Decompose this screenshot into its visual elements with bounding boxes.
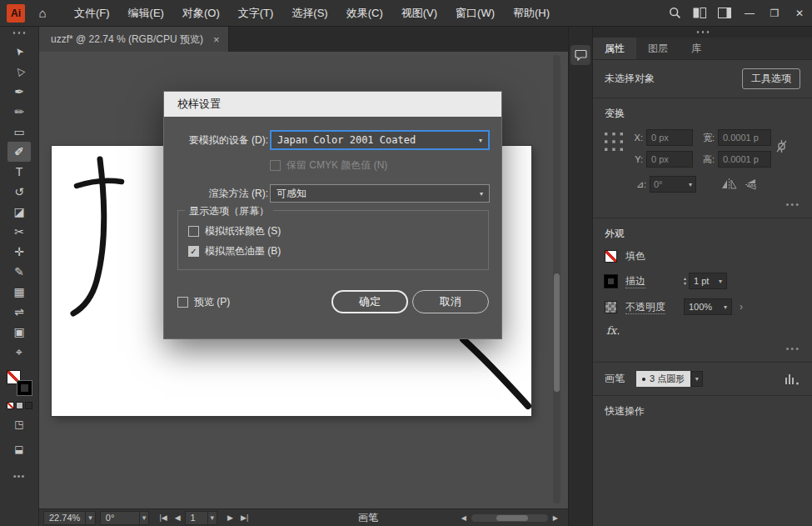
tab-close-icon[interactable]: × (213, 33, 220, 46)
rotation-select[interactable]: 0° ▾ (100, 511, 150, 525)
zoom-tool-icon[interactable]: ⌖ (7, 342, 31, 362)
constrain-proportions-icon[interactable] (776, 139, 787, 153)
mesh-tool-icon[interactable]: ▦ (7, 282, 31, 302)
dock-grip-handle[interactable] (12, 31, 27, 35)
zoom-level-select[interactable]: 22.74% ▾ (43, 511, 96, 525)
flip-horizontal-icon[interactable] (721, 178, 737, 190)
cancel-button[interactable]: 取消 (412, 290, 489, 313)
tab-properties[interactable]: 属性 (593, 38, 636, 59)
scroll-left-icon[interactable]: ◀ (461, 514, 466, 522)
draw-mode-icon[interactable]: ◳ (7, 414, 31, 434)
angle-select[interactable]: 0° ▾ (650, 176, 696, 193)
ok-button[interactable]: 确定 (331, 290, 408, 313)
transform-more-options-icon[interactable]: ••• (605, 199, 800, 209)
opacity-select[interactable]: 100% ▾ (684, 298, 732, 315)
comments-panel-button[interactable] (570, 45, 590, 65)
fill-swatch-icon[interactable] (605, 250, 617, 263)
simulate-paper-color-checkbox[interactable] (188, 226, 199, 237)
rendering-intent-select[interactable]: 可感知 ▾ (270, 184, 490, 203)
appearance-more-options-icon[interactable]: ••• (605, 343, 800, 353)
menu-file[interactable]: 文件(F) (65, 0, 119, 26)
eraser-tool-icon[interactable]: ◪ (7, 202, 31, 222)
brush-libraries-icon[interactable] (784, 373, 800, 385)
menu-help[interactable]: 帮助(H) (504, 0, 559, 26)
search-icon[interactable] (662, 0, 687, 27)
close-button[interactable]: ✕ (787, 0, 812, 27)
y-field[interactable]: 0 px (646, 151, 693, 168)
tool-options-button[interactable]: 工具选项 (742, 68, 800, 89)
stepper-down-icon[interactable]: ▾ (684, 281, 686, 286)
menu-edit[interactable]: 编辑(E) (119, 0, 173, 26)
color-gradient-chip[interactable] (25, 402, 32, 409)
brush-chevron-icon[interactable]: ▾ (690, 371, 703, 387)
paintbrush-tool-icon[interactable]: ✐ (7, 142, 31, 162)
document-tab[interactable]: uzzf* @ 22.74 % (RGB/CPU 预览) × (39, 27, 229, 52)
screen-mode-icon[interactable]: ⬓ (7, 439, 31, 459)
app-logo-icon[interactable]: Ai (7, 4, 25, 23)
stroke-weight-select[interactable]: 1 pt ▾ (689, 273, 727, 289)
menu-effect[interactable]: 效果(C) (337, 0, 392, 26)
menu-view[interactable]: 视图(V) (392, 0, 446, 26)
first-artboard-icon[interactable]: |◀ (159, 513, 167, 522)
menu-select[interactable]: 选择(S) (282, 0, 336, 26)
scroll-right-icon[interactable]: ▶ (553, 514, 558, 522)
type-tool-icon[interactable]: T (7, 162, 31, 182)
home-icon[interactable]: ⌂ (32, 6, 53, 20)
stroke-weight-stepper[interactable]: ▴ ▾ (684, 276, 686, 286)
artboard-number-select[interactable]: 1 ▾ (185, 511, 218, 525)
curvature-tool-icon[interactable]: ✏ (7, 102, 31, 122)
rotation-chevron-icon[interactable]: ▾ (139, 512, 149, 524)
minimize-button[interactable]: — (737, 0, 762, 27)
menu-object[interactable]: 对象(O) (173, 0, 229, 26)
rotate-tool-icon[interactable]: ↺ (7, 182, 31, 202)
vertical-scrollbar-thumb[interactable] (554, 273, 560, 392)
rectangle-tool-icon[interactable]: ▭ (7, 122, 31, 142)
next-artboard-icon[interactable]: ▶ (227, 513, 233, 522)
tab-layers[interactable]: 图层 (636, 38, 680, 59)
artboard-tool-icon[interactable]: ▣ (7, 322, 31, 342)
prev-artboard-icon[interactable]: ◀ (175, 513, 181, 522)
preserve-cmyk-checkbox[interactable] (270, 160, 281, 171)
scissors-tool-icon[interactable]: ✂ (7, 222, 31, 242)
preview-checkbox[interactable] (177, 297, 188, 308)
stroke-label[interactable]: 描边 (625, 275, 645, 288)
opacity-label[interactable]: 不透明度 (625, 301, 665, 314)
last-artboard-icon[interactable]: ▶| (241, 513, 248, 522)
zoom-chevron-icon[interactable]: ▾ (85, 512, 95, 524)
opacity-expander-icon[interactable]: › (740, 301, 743, 313)
arrange-documents-icon[interactable] (687, 0, 712, 27)
workspace-switcher-icon[interactable] (712, 0, 737, 27)
color-solid-chip[interactable] (16, 402, 23, 409)
tab-libraries[interactable]: 库 (680, 38, 713, 59)
eyedropper-tool-icon[interactable]: ✎ (7, 262, 31, 282)
vertical-scrollbar[interactable] (553, 55, 560, 503)
simulate-black-ink-checkbox[interactable]: ✓ (188, 246, 199, 257)
maximize-button[interactable]: ❐ (762, 0, 787, 27)
width-tool-icon[interactable]: ⇌ (7, 302, 31, 322)
menu-window[interactable]: 窗口(W) (446, 0, 504, 26)
flip-vertical-icon[interactable] (745, 178, 757, 190)
panel-dock-grip[interactable] (593, 27, 812, 38)
height-field[interactable]: 0.0001 p (718, 151, 771, 168)
device-to-simulate-value: Japan Color 2001 Coated (277, 134, 416, 146)
opacity-swatch-icon[interactable] (605, 301, 617, 313)
menu-type[interactable]: 文字(T) (229, 0, 283, 26)
x-field[interactable]: 0 px (646, 129, 693, 146)
fill-stroke-indicator[interactable] (7, 370, 32, 395)
rendering-intent-value: 可感知 (276, 187, 306, 201)
document-tab-label: uzzf* @ 22.74 % (RGB/CPU 预览) (51, 33, 203, 47)
horizontal-scrollbar-track[interactable] (471, 514, 548, 522)
artboard-number-chevron-icon[interactable]: ▾ (207, 512, 217, 524)
stroke-swatch-icon[interactable] (605, 275, 617, 288)
edit-toolbar-icon[interactable]: ••• (13, 471, 26, 481)
dialog-title[interactable]: 校样设置 (164, 92, 501, 117)
brush-select[interactable]: 3 点圆形 ▾ (636, 371, 703, 387)
device-to-simulate-select[interactable]: Japan Color 2001 Coated ▾ (270, 130, 490, 150)
color-none-chip[interactable] (7, 402, 14, 409)
reference-point-grid-icon[interactable] (605, 133, 623, 151)
effects-fx-button[interactable]: fx. (606, 324, 800, 337)
horizontal-scrollbar-thumb[interactable] (496, 515, 528, 521)
stroke-color-swatch[interactable] (17, 381, 32, 395)
shape-builder-tool-icon[interactable]: ✛ (7, 242, 31, 262)
width-field[interactable]: 0.0001 p (718, 129, 771, 146)
